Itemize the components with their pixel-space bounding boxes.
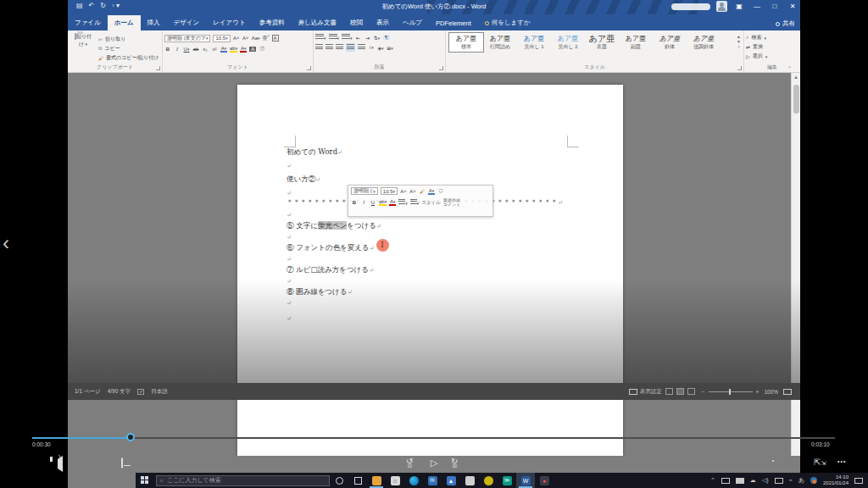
mini-underline-icon[interactable]: U xyxy=(370,200,376,205)
ribbon-display-options-icon[interactable]: ▣ xyxy=(733,3,745,10)
styles-dialog-launcher[interactable] xyxy=(737,66,742,70)
network-display-icon[interactable] xyxy=(775,478,783,484)
mini-grow-font-icon[interactable]: A˄ xyxy=(400,189,407,194)
decrease-indent-icon[interactable]: ⇤ xyxy=(355,35,362,41)
edge-tray-icon[interactable] xyxy=(810,477,817,484)
tab-references[interactable]: 参考資料 xyxy=(253,15,292,30)
close-button[interactable]: ✕ xyxy=(787,3,798,10)
mini-font-color-icon[interactable]: A▾ xyxy=(389,199,396,206)
redo-icon[interactable]: ↻ xyxy=(100,2,106,9)
borders-icon[interactable]: ⊞▾ xyxy=(387,45,393,51)
teal-app-icon[interactable]: ≫ xyxy=(498,473,516,488)
scroll-up-icon[interactable]: ▲ xyxy=(792,73,800,80)
tab-review[interactable]: 校閲 xyxy=(343,15,370,30)
touch-mode-icon[interactable]: ◦ ▾ xyxy=(112,2,120,9)
tab-layout[interactable]: レイアウト xyxy=(206,15,252,30)
underline-icon[interactable]: U▾ xyxy=(183,47,190,52)
tray-battery-icon[interactable] xyxy=(736,478,744,484)
enclose-border-icon[interactable]: A xyxy=(272,35,279,42)
timeline-scrubber[interactable] xyxy=(126,433,135,441)
fullscreen-button[interactable]: ⇱⇲ xyxy=(814,458,826,467)
ruby-icon[interactable]: 亜ｱ xyxy=(263,34,270,42)
microsoft-store-icon[interactable]: ⌂ xyxy=(386,473,404,488)
mini-comment-icon[interactable]: 🗩 xyxy=(437,189,444,194)
doc-empty-line[interactable]: ↵ xyxy=(287,313,292,324)
edge-icon[interactable] xyxy=(404,473,423,488)
line-spacing-icon[interactable]: ↕▾ xyxy=(368,45,375,50)
style-subtitle[interactable]: あア亜副題 xyxy=(619,33,653,52)
link-icon[interactable]: ⌁ xyxy=(789,477,793,484)
web-layout-icon[interactable] xyxy=(687,388,695,395)
format-painter-button[interactable]: 🖌書式のコピー/貼り付け xyxy=(98,54,159,62)
subscript-icon[interactable]: x₂ xyxy=(202,47,209,52)
ime-mode-indicator[interactable]: あ xyxy=(798,476,804,485)
find-button[interactable]: ⌕検索▾ xyxy=(746,34,800,42)
rewind-10-button[interactable]: ↺10 xyxy=(406,457,413,469)
share-button[interactable]: 共有 xyxy=(776,19,795,28)
style-italic[interactable]: あア亜斜体 xyxy=(653,33,687,52)
doc-empty-line[interactable]: ↵ xyxy=(287,254,292,264)
style-no-spacing[interactable]: あア亜行間詰め xyxy=(483,33,517,52)
doc-line-8[interactable]: ⑧ 囲み線をつける↵ xyxy=(287,287,353,297)
photos-icon[interactable]: ▲ xyxy=(442,473,460,488)
doc-line-1[interactable]: 初めての Word↵ xyxy=(287,147,342,158)
grow-font-icon[interactable]: A˄ xyxy=(233,36,240,41)
paragraph-dialog-launcher[interactable] xyxy=(439,66,443,70)
tab-insert[interactable]: 挿入 xyxy=(141,15,167,30)
onedrive-icon[interactable]: ☁ xyxy=(750,477,756,484)
replace-button[interactable]: ⇄置換 xyxy=(746,43,800,51)
mini-format-painter-icon[interactable]: 🖌 xyxy=(419,189,426,194)
style-normal[interactable]: あア亜標準 xyxy=(449,33,483,52)
bullets-icon[interactable]: ▾ xyxy=(315,34,326,41)
styles-gallery-scroll[interactable]: ▲▼▿ xyxy=(737,34,741,49)
forward-30-button[interactable]: ↻30 xyxy=(451,457,458,469)
bold-icon[interactable]: B xyxy=(164,47,171,52)
action-center-icon[interactable] xyxy=(854,478,863,484)
tab-help[interactable]: ヘルプ xyxy=(396,15,429,30)
mini-bold-icon[interactable]: B xyxy=(351,200,358,205)
shading-icon[interactable]: ◈▾ xyxy=(377,45,384,51)
notes-app-icon[interactable] xyxy=(460,473,479,488)
cut-button[interactable]: ✄切り取り xyxy=(98,36,159,43)
doc-empty-line[interactable]: ↵ xyxy=(287,298,292,308)
increase-indent-icon[interactable]: ⇥ xyxy=(364,35,371,41)
tell-me-box[interactable]: 何をしますか xyxy=(478,15,537,30)
taskbar-search[interactable]: ⌕ ここに入力して検索 xyxy=(156,475,330,486)
doc-line-6[interactable]: ⑥ フォントの色を変える↵ xyxy=(287,243,375,253)
character-shading-icon[interactable]: A xyxy=(249,47,256,52)
undo-icon[interactable]: ↶ xyxy=(89,2,95,9)
language-indicator[interactable]: 日本語 xyxy=(151,388,168,396)
yellow-app-icon[interactable] xyxy=(479,473,498,488)
style-heading2[interactable]: あア亜見出し 2 xyxy=(551,33,585,52)
tab-home[interactable]: ホーム xyxy=(108,15,141,30)
read-mode-icon[interactable] xyxy=(665,388,673,395)
tab-view[interactable]: 表示 xyxy=(370,15,396,30)
tab-mailings[interactable]: 差し込み文書 xyxy=(292,15,343,30)
font-dialog-launcher[interactable] xyxy=(307,66,311,70)
mail-icon[interactable]: ✉ xyxy=(423,473,442,488)
numbering-icon[interactable]: ▾ xyxy=(329,34,340,41)
subtitles-button[interactable] xyxy=(121,458,123,468)
clipboard-dialog-launcher[interactable] xyxy=(156,66,160,70)
superscript-icon[interactable]: x² xyxy=(211,47,218,52)
mini-text-effects-icon[interactable]: A▾ xyxy=(428,188,435,195)
text-effects-icon[interactable]: A▾ xyxy=(220,46,227,53)
zoom-in-button[interactable]: + xyxy=(756,389,760,395)
collapse-ribbon-icon[interactable]: ⌃ xyxy=(787,65,792,71)
more-options-button[interactable]: ••• xyxy=(837,458,846,464)
previous-video-chevron[interactable]: ‹ xyxy=(3,230,9,256)
doc-line-5[interactable]: ⑤ 文字に蛍光ペンをつける↵ xyxy=(287,221,381,231)
doc-empty-line[interactable]: ↵ xyxy=(287,276,292,286)
display-settings-button[interactable]: 表示設定 xyxy=(640,388,662,396)
style-title[interactable]: あア亜表題 xyxy=(585,33,619,52)
user-avatar[interactable] xyxy=(716,1,727,12)
mini-styles-button[interactable]: スタイル xyxy=(421,200,441,206)
task-view-icon[interactable] xyxy=(348,473,367,488)
doc-empty-line[interactable]: ↵ xyxy=(287,210,292,220)
doc-empty-line[interactable]: ↵ xyxy=(287,161,292,171)
doc-line-7[interactable]: ⑦ ルビ□読み方をつける↵ xyxy=(287,265,374,275)
tab-design[interactable]: デザイン xyxy=(167,15,207,30)
word-taskbar-icon[interactable]: W xyxy=(516,473,535,488)
tray-device-icon[interactable] xyxy=(721,478,730,484)
print-layout-icon[interactable] xyxy=(676,388,684,395)
